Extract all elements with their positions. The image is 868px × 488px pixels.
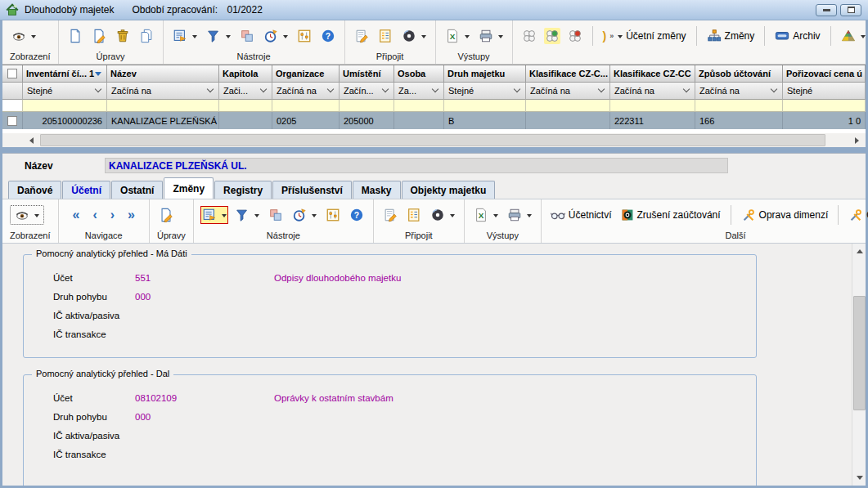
filter-input[interactable] xyxy=(340,100,394,112)
scrollbar-thumb[interactable] xyxy=(40,134,825,146)
tab-ostatni[interactable]: Ostatní xyxy=(111,181,163,199)
archiv-button[interactable]: Archiv xyxy=(773,27,821,45)
filter-op-dropdown[interactable]: Stejné xyxy=(23,83,107,100)
export-excel-button[interactable] xyxy=(443,27,471,45)
tab-danove[interactable]: Daňové xyxy=(8,181,61,199)
cell-kapitola[interactable] xyxy=(219,112,272,129)
attach-note-button[interactable] xyxy=(381,206,399,224)
filter-input[interactable] xyxy=(107,100,219,112)
cell-inventarni[interactable]: 205100000236 xyxy=(23,112,107,129)
ucetni-zmeny-button[interactable]: )››Účetní změny xyxy=(601,28,688,44)
duplicate-view-button[interactable] xyxy=(238,27,256,45)
header-checkbox-cell[interactable] xyxy=(2,65,23,83)
cell-druh-majetku[interactable]: B xyxy=(444,112,526,129)
filter-op-dropdown[interactable]: Začíná na xyxy=(695,83,783,100)
cell-klasifikace-czc[interactable] xyxy=(526,112,610,129)
grid-data-row-selected[interactable]: 205100000236 KANALIZACE PLZEŇSKÁ ... 020… xyxy=(2,112,866,129)
scroll-up-button[interactable] xyxy=(852,244,866,257)
filter-button[interactable] xyxy=(233,206,261,224)
state-active-button[interactable] xyxy=(544,28,560,44)
filter-input[interactable] xyxy=(23,100,107,112)
col-header-kapitola[interactable]: Kapitola xyxy=(219,65,272,83)
attach-media-button[interactable] xyxy=(429,206,456,224)
filter-input[interactable] xyxy=(610,100,695,112)
cell-porizovaci-cena[interactable]: 1 0 xyxy=(783,112,866,129)
filter-input[interactable] xyxy=(444,100,526,112)
maximize-button[interactable] xyxy=(840,4,861,16)
ucetnictvi-button[interactable]: Účetnictví xyxy=(549,206,614,224)
first-record-button[interactable]: « xyxy=(71,207,82,223)
parameters-button[interactable] xyxy=(295,27,313,45)
attach-note-button[interactable] xyxy=(353,27,371,45)
attach-list-button[interactable] xyxy=(376,27,394,45)
nazev-field[interactable]: KANALIZACE PLZEŇSKÁ UL. xyxy=(105,158,728,173)
prev-record-button[interactable]: ‹ xyxy=(91,207,98,223)
duplicate-view-button[interactable] xyxy=(267,206,285,224)
cell-osoba[interactable] xyxy=(394,112,444,129)
scroll-left-button[interactable] xyxy=(23,133,38,147)
help-button[interactable] xyxy=(348,206,366,224)
vertical-scrollbar[interactable] xyxy=(852,244,866,486)
horizontal-scrollbar[interactable] xyxy=(2,133,866,147)
cell-zpusob-uctovani[interactable]: 166 xyxy=(695,112,783,129)
next-record-button[interactable]: › xyxy=(109,207,116,223)
col-header-osoba[interactable]: Osoba xyxy=(394,65,444,83)
oprava-pap-button[interactable]: Oprava PAP xyxy=(847,206,868,224)
cell-nazev[interactable]: KANALIZACE PLZEŇSKÁ ... xyxy=(107,112,219,129)
filter-op-dropdown[interactable]: Zači... xyxy=(219,83,272,100)
col-header-porizovaci-cena[interactable]: Pořizovací cena ú xyxy=(783,65,866,83)
filter-op-dropdown[interactable]: Stejné xyxy=(783,83,866,100)
delete-record-button[interactable] xyxy=(114,27,132,45)
export-excel-button[interactable] xyxy=(472,206,500,224)
new-record-button[interactable] xyxy=(66,27,84,45)
tab-registry[interactable]: Registry xyxy=(214,181,272,199)
filter-input[interactable] xyxy=(272,100,340,112)
history-button[interactable] xyxy=(262,27,290,45)
attach-media-button[interactable] xyxy=(400,27,428,45)
minimize-button[interactable] xyxy=(816,4,837,16)
scrollbar-thumb[interactable] xyxy=(853,296,866,410)
tab-ucetni[interactable]: Účetní xyxy=(62,181,110,199)
copy-record-button[interactable] xyxy=(137,27,155,45)
col-header-nazev[interactable]: Název xyxy=(107,65,219,83)
filter-op-dropdown[interactable]: Za... xyxy=(394,83,444,100)
filter-op-dropdown[interactable]: Začín... xyxy=(340,83,394,100)
zruseni-zauctovani-button[interactable]: Zrušení zaúčtování xyxy=(619,207,722,223)
col-header-zpusob-uctovani[interactable]: Způsob účtování xyxy=(695,65,783,83)
col-header-klasifikace-czc[interactable]: Klasifikace CZ-C... xyxy=(526,65,610,83)
parameters-button[interactable] xyxy=(324,206,342,224)
edit-record-button[interactable] xyxy=(157,206,175,224)
cell-umisteni[interactable]: 205000 xyxy=(340,112,394,129)
filter-op-dropdown[interactable]: Začíná na xyxy=(526,83,610,100)
attach-list-button[interactable] xyxy=(405,206,423,224)
row-checkbox[interactable] xyxy=(7,116,17,126)
filter-input[interactable] xyxy=(219,100,272,112)
tab-prislusenstvi[interactable]: Příslušenství xyxy=(272,181,352,199)
filter-op-dropdown[interactable]: Začíná na xyxy=(107,83,219,100)
state-inactive-button[interactable] xyxy=(566,27,584,45)
view-button[interactable] xyxy=(10,27,38,45)
filter-op-dropdown[interactable]: Začíná na xyxy=(272,83,340,100)
filter-input[interactable] xyxy=(526,100,610,112)
col-header-klasifikace-czcc[interactable]: Klasifikace CZ-CC xyxy=(610,65,695,83)
cell-organizace[interactable]: 0205 xyxy=(272,112,340,129)
help-button[interactable] xyxy=(319,27,337,45)
cell-klasifikace-czcc[interactable]: 222311 xyxy=(610,112,695,129)
filter-op-dropdown[interactable]: Začíná na xyxy=(610,83,695,100)
list-settings-button[interactable] xyxy=(201,207,227,223)
row-checkbox-cell[interactable] xyxy=(2,112,23,129)
print-button[interactable] xyxy=(506,206,533,224)
scroll-down-button[interactable] xyxy=(852,472,866,486)
history-button[interactable] xyxy=(290,206,318,224)
last-record-button[interactable]: » xyxy=(126,207,137,223)
col-header-organizace[interactable]: Organizace xyxy=(272,65,340,83)
zmeny-button[interactable]: Změny xyxy=(705,27,757,45)
filter-input[interactable] xyxy=(394,100,444,112)
col-header-druh-majetku[interactable]: Druh majetku xyxy=(444,65,526,83)
view-button[interactable] xyxy=(10,205,44,225)
edit-record-button[interactable] xyxy=(90,27,108,45)
filter-op-dropdown[interactable]: Stejné xyxy=(444,83,526,100)
hromadne-zmeny-button[interactable]: Hromadné změny xyxy=(839,27,868,45)
scroll-right-button[interactable] xyxy=(850,133,866,147)
filter-input[interactable] xyxy=(783,100,866,112)
